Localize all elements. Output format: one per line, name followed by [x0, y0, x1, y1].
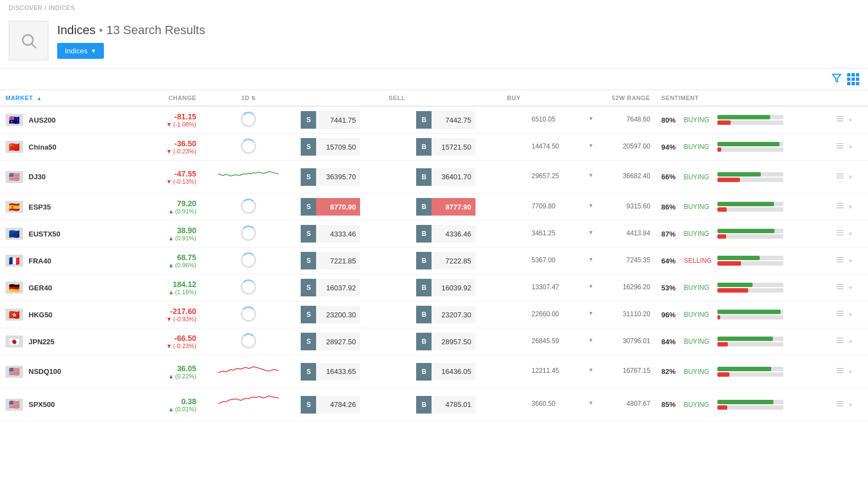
sell-cell: S 36395.70	[295, 161, 411, 194]
sentiment-label: BUYING	[684, 230, 714, 238]
sentiment-bars	[717, 400, 783, 410]
sentiment-cell: 86% BUYING	[656, 194, 830, 221]
row-menu[interactable]	[830, 388, 868, 421]
sell-button[interactable]: S	[301, 111, 316, 129]
change-cell: 38.90 ▲ (0.91%)	[115, 221, 202, 247]
sell-button[interactable]: S	[301, 138, 316, 156]
buy-button[interactable]: B	[416, 138, 432, 156]
sell-cell: S 4784.26	[295, 388, 411, 421]
buy-button[interactable]: B	[416, 306, 432, 323]
market-name[interactable]: FRA40	[29, 257, 51, 265]
sell-button[interactable]: S	[301, 168, 316, 186]
market-name[interactable]: China50	[29, 143, 57, 151]
buy-cell: B 8777.90	[411, 194, 526, 221]
table-row: 🇫🇷 FRA40 68.75 ▲ (0.96%) S 7221.85 B 722…	[0, 247, 868, 274]
change-value: 184.12	[121, 280, 196, 289]
sell-price: 28927.50	[316, 333, 360, 350]
sentiment-pct: 84%	[661, 338, 681, 346]
sentiment-label: BUYING	[684, 203, 714, 211]
range-arrow: ▼	[588, 337, 594, 345]
range-arrow: ▼	[588, 172, 594, 180]
col-header-period[interactable]: 1D ⇅	[202, 90, 295, 106]
sell-button[interactable]: S	[301, 198, 316, 216]
change-arrow: ▼	[166, 148, 172, 155]
sentiment-label: BUYING	[684, 173, 714, 181]
market-name[interactable]: DJ30	[29, 173, 46, 181]
change-arrow: ▼	[166, 121, 172, 128]
row-menu[interactable]	[830, 328, 868, 355]
row-menu[interactable]	[830, 161, 868, 194]
range-high: 4807.67	[627, 400, 650, 408]
sentiment-pct: 94%	[661, 143, 681, 151]
toolbar	[0, 69, 868, 90]
sentiment-bars	[717, 283, 783, 293]
change-value: -47.55	[121, 169, 196, 178]
col-header-market[interactable]: MARKET ▲	[0, 90, 115, 106]
row-menu[interactable]	[830, 301, 868, 328]
sell-price: 23200.30	[316, 306, 360, 323]
buy-cell: B 16039.92	[411, 274, 526, 301]
sell-button[interactable]: S	[301, 279, 316, 296]
buy-price: 16039.92	[432, 279, 476, 296]
market-name[interactable]: NSDQ100	[29, 367, 61, 376]
row-menu[interactable]	[830, 221, 868, 247]
row-menu[interactable]	[830, 134, 868, 161]
range-low: 3660.50	[532, 400, 555, 408]
sentiment-cell: 53% BUYING	[656, 274, 830, 301]
row-menu[interactable]	[830, 106, 868, 134]
buy-button[interactable]: B	[416, 333, 432, 350]
sentiment-cell: 87% BUYING	[656, 221, 830, 247]
buy-cell: B 7442.75	[411, 106, 526, 134]
buy-price: 15721.50	[432, 138, 476, 156]
page-title: Indices•13 Search Results	[57, 23, 859, 37]
period-sort-icon: ⇅	[251, 96, 256, 101]
buy-button[interactable]: B	[416, 111, 432, 129]
sell-button[interactable]: S	[301, 306, 316, 323]
sentiment-label: BUYING	[684, 338, 714, 345]
filter-button[interactable]: Indices ▼	[57, 43, 104, 59]
market-name[interactable]: JPN225	[29, 338, 54, 346]
range-low: 22660.00	[532, 310, 559, 318]
sell-price: 4333.46	[316, 225, 360, 243]
col-header-change[interactable]: CHANGE	[115, 90, 202, 106]
range-arrow: ▼	[588, 367, 594, 375]
table-row: 🇺🇸 SPX500 0.38 ▲ (0.01%) S 4784.26 B 478…	[0, 388, 868, 421]
row-menu[interactable]	[830, 194, 868, 221]
row-menu[interactable]	[830, 274, 868, 301]
market-name[interactable]: SPX500	[29, 400, 55, 409]
breadcrumb-current: INDICES	[48, 4, 75, 11]
market-cell: 🇪🇸 ESP35	[0, 194, 115, 221]
sell-button[interactable]: S	[301, 252, 316, 269]
market-name[interactable]: HKG50	[29, 311, 52, 319]
table-row: 🇩🇪 GER40 184.12 ▲ (1.16%) S 16037.92 B 1…	[0, 274, 868, 301]
buy-button[interactable]: B	[416, 279, 432, 296]
grid-view-icon[interactable]	[847, 73, 859, 85]
filter-icon[interactable]	[832, 73, 842, 85]
sentiment-label: BUYING	[684, 284, 714, 291]
market-name[interactable]: AUS200	[29, 116, 56, 124]
range-arrow: ▼	[588, 202, 594, 210]
buy-button[interactable]: B	[416, 363, 432, 381]
buy-button[interactable]: B	[416, 225, 432, 243]
buy-button[interactable]: B	[416, 168, 432, 186]
markets-table-container: MARKET ▲ CHANGE 1D ⇅ SELL BUY 52W RANGE …	[0, 90, 868, 421]
market-cell: 🇺🇸 SPX500	[0, 388, 115, 421]
breadcrumb-discover[interactable]: DISCOVER	[9, 4, 42, 11]
sell-button[interactable]: S	[301, 363, 316, 381]
buy-button[interactable]: B	[416, 252, 432, 269]
market-name[interactable]: ESP35	[29, 203, 51, 211]
row-menu[interactable]	[830, 355, 868, 388]
sentiment-label: BUYING	[684, 311, 714, 318]
sell-button[interactable]: S	[301, 396, 316, 414]
market-name[interactable]: EUSTX50	[29, 230, 60, 238]
range-arrow: ▼	[588, 142, 594, 150]
buy-button[interactable]: B	[416, 198, 432, 216]
buy-button[interactable]: B	[416, 396, 432, 414]
change-pct: ▼ (-0.23%)	[121, 343, 196, 349]
row-menu[interactable]	[830, 247, 868, 274]
sentiment-bars	[717, 256, 783, 266]
sell-button[interactable]: S	[301, 225, 316, 243]
change-pct: ▲ (1.16%)	[121, 289, 196, 295]
sell-button[interactable]: S	[301, 333, 316, 350]
market-name[interactable]: GER40	[29, 284, 52, 292]
